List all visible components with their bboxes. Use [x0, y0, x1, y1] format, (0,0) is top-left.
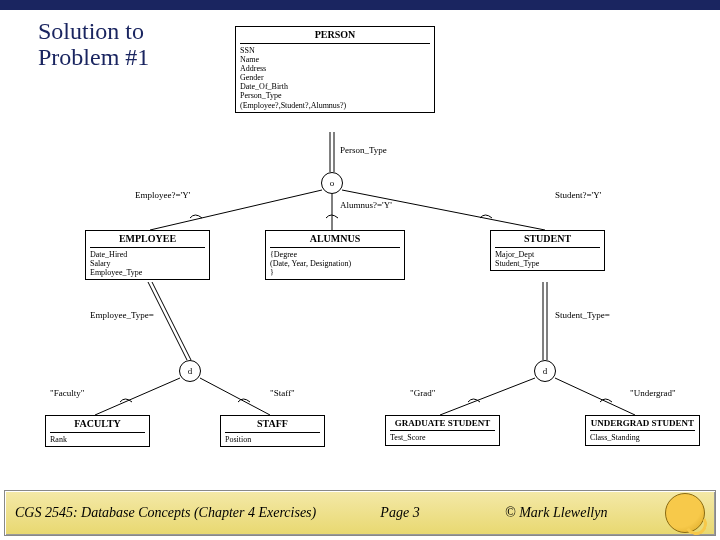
predicate-student-y: Student?='Y'	[555, 190, 601, 200]
entity-person: PERSON SSN Name Address Gender Date_Of_B…	[235, 26, 435, 113]
footer-bar: CGS 2545: Database Concepts (Chapter 4 E…	[4, 490, 716, 536]
entity-faculty-attrs: Rank	[50, 435, 145, 444]
entity-faculty-name: FACULTY	[50, 418, 145, 433]
spec-circle-student-label: d	[543, 366, 548, 376]
spec-circle-person-label: o	[330, 178, 335, 188]
predicate-employee-type: Employee_Type=	[90, 310, 154, 320]
predicate-employee-y: Employee?='Y'	[135, 190, 190, 200]
footer-author: © Mark Llewellyn	[465, 505, 665, 521]
spec-circle-employee-label: d	[188, 366, 193, 376]
entity-grad-attrs: Test_Score	[390, 433, 495, 442]
svg-line-7	[95, 378, 180, 415]
entity-faculty: FACULTY Rank	[45, 415, 150, 447]
predicate-grad: "Grad"	[410, 388, 435, 398]
svg-line-4	[342, 190, 545, 230]
entity-alumnus-name: ALUMNUS	[270, 233, 400, 248]
entity-person-name: PERSON	[240, 29, 430, 44]
entity-staff-attrs: Position	[225, 435, 320, 444]
svg-line-11	[440, 378, 535, 415]
svg-line-5	[148, 282, 187, 360]
predicate-undergrad: "Undergrad"	[630, 388, 676, 398]
entity-employee: EMPLOYEE Date_Hired Salary Employee_Type	[85, 230, 210, 280]
svg-line-12	[555, 378, 635, 415]
entity-alumnus-attrs: {Degree (Date, Year, Designation) }	[270, 250, 400, 278]
svg-line-8	[200, 378, 270, 415]
entity-undergrad-name: UNDERGRAD STUDENT	[590, 418, 695, 431]
entity-staff-name: STAFF	[225, 418, 320, 433]
entity-person-attrs: SSN Name Address Gender Date_Of_Birth Pe…	[240, 46, 430, 110]
entity-undergrad: UNDERGRAD STUDENT Class_Standing	[585, 415, 700, 446]
entity-student: STUDENT Major_Dept Student_Type	[490, 230, 605, 271]
predicate-person-type: Person_Type	[340, 145, 387, 155]
svg-line-6	[152, 282, 191, 360]
entity-grad-name: GRADUATE STUDENT	[390, 418, 495, 431]
predicate-alumnus-y: Alumnus?='Y'	[340, 200, 392, 210]
entity-alumnus: ALUMNUS {Degree (Date, Year, Designation…	[265, 230, 405, 280]
ucf-logo-icon	[665, 493, 705, 533]
entity-employee-attrs: Date_Hired Salary Employee_Type	[90, 250, 205, 278]
entity-undergrad-attrs: Class_Standing	[590, 433, 695, 442]
spec-circle-person: o	[321, 172, 343, 194]
footer-course: CGS 2545: Database Concepts (Chapter 4 E…	[15, 505, 335, 521]
footer-page: Page 3	[335, 505, 465, 521]
predicate-staff: "Staff"	[270, 388, 295, 398]
spec-circle-employee: d	[179, 360, 201, 382]
er-diagram: PERSON SSN Name Address Gender Date_Of_B…	[40, 20, 710, 480]
predicate-student-type: Student_Type=	[555, 310, 610, 320]
predicate-faculty: "Faculty"	[50, 388, 84, 398]
top-color-band	[0, 0, 720, 10]
entity-grad: GRADUATE STUDENT Test_Score	[385, 415, 500, 446]
spec-circle-student: d	[534, 360, 556, 382]
entity-student-name: STUDENT	[495, 233, 600, 248]
entity-student-attrs: Major_Dept Student_Type	[495, 250, 600, 268]
entity-staff: STAFF Position	[220, 415, 325, 447]
entity-employee-name: EMPLOYEE	[90, 233, 205, 248]
